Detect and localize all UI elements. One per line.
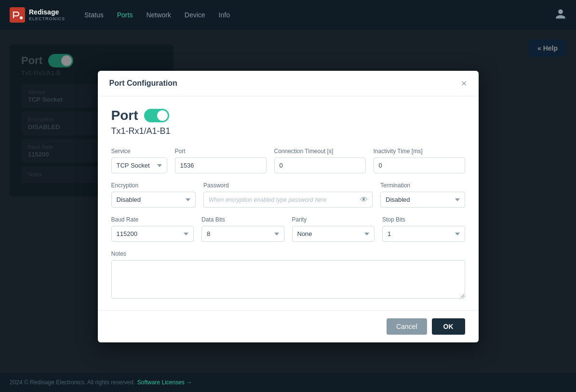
termination-label: Termination	[380, 182, 465, 189]
cancel-button[interactable]: Cancel	[387, 318, 427, 335]
inactivity-time-group: Inactivity Time [ms]	[374, 148, 465, 173]
stop-bits-group: Stop Bits 1 1.5 2	[382, 216, 465, 242]
port-group: Port	[175, 148, 267, 173]
form-row-2: Encryption Disabled AES-128 AES-256 Pass…	[111, 182, 465, 208]
encryption-select[interactable]: Disabled AES-128 AES-256	[111, 192, 196, 208]
port-toggle-knob	[157, 110, 168, 121]
data-bits-group: Data Bits 5 6 7 8	[201, 216, 284, 242]
baud-rate-group: Baud Rate 9600 19200 38400 57600 115200 …	[111, 216, 194, 242]
footer-link[interactable]: Software Licenses →	[137, 379, 192, 386]
notes-group: Notes	[111, 250, 465, 299]
modal-title: Port Configuration	[109, 79, 177, 88]
connection-timeout-input[interactable]	[274, 157, 366, 173]
password-wrapper: 👁	[203, 192, 373, 208]
form-row-1: Service TCP Socket UDP Socket RS232 RS48…	[111, 148, 465, 173]
inactivity-time-input[interactable]	[374, 157, 465, 173]
footer: 2024 © Redisage Electronics. All rights …	[0, 373, 576, 392]
logo-icon	[10, 7, 25, 23]
logo-sub: ELECTRONICS	[29, 16, 65, 21]
modal-footer: Cancel OK	[98, 310, 479, 342]
modal-header: Port Configuration ×	[98, 71, 479, 96]
logo-text: Redisage	[29, 9, 65, 16]
content-area: Port Tx1-Rx1/A1-B Service TCP Socket Enc…	[0, 30, 576, 373]
data-bits-select[interactable]: 5 6 7 8	[201, 226, 284, 242]
port-toggle[interactable]	[144, 109, 169, 122]
baud-rate-select[interactable]: 9600 19200 38400 57600 115200 230400	[111, 226, 194, 242]
footer-text: 2024 © Redisage Electronics. All rights …	[10, 379, 135, 386]
inactivity-time-label: Inactivity Time [ms]	[374, 148, 465, 155]
ok-button[interactable]: OK	[432, 318, 465, 335]
port-heading: Port	[111, 108, 465, 123]
modal-close-button[interactable]: ×	[461, 78, 467, 88]
logo: Redisage ELECTRONICS	[10, 7, 65, 23]
modal-body: Port Tx1-Rx1/A1-B1 Service TCP Socket UD…	[98, 96, 479, 310]
password-group: Password 👁	[203, 182, 373, 208]
termination-group: Termination Disabled CR LF CR+LF	[380, 182, 465, 208]
port-heading-text: Port	[111, 108, 138, 123]
password-input[interactable]	[203, 192, 373, 208]
connection-timeout-group: Connection Timeout [s]	[274, 148, 366, 173]
port-label: Port	[175, 148, 267, 155]
navbar: Redisage ELECTRONICS Status Ports Networ…	[0, 0, 576, 30]
nav-device[interactable]: Device	[185, 11, 205, 19]
notes-textarea[interactable]	[111, 260, 465, 299]
password-label: Password	[203, 182, 373, 189]
service-label: Service	[111, 148, 167, 155]
modal: Port Configuration × Port Tx1-Rx1/A1-B1 …	[98, 71, 479, 342]
port-sub-title: Tx1-Rx1/A1-B1	[111, 126, 465, 136]
service-group: Service TCP Socket UDP Socket RS232 RS48…	[111, 148, 167, 173]
parity-select[interactable]: None Even Odd Mark Space	[292, 226, 375, 242]
stop-bits-select[interactable]: 1 1.5 2	[382, 226, 465, 242]
nav-network[interactable]: Network	[146, 11, 171, 19]
svg-rect-0	[10, 7, 25, 23]
password-eye-icon[interactable]: 👁	[360, 196, 368, 204]
parity-label: Parity	[292, 216, 375, 223]
encryption-label: Encryption	[111, 182, 196, 189]
data-bits-label: Data Bits	[201, 216, 284, 223]
nav-links: Status Ports Network Device Info	[84, 11, 230, 19]
nav-ports[interactable]: Ports	[117, 11, 133, 19]
encryption-group: Encryption Disabled AES-128 AES-256	[111, 182, 196, 208]
nav-status[interactable]: Status	[84, 11, 104, 19]
service-select[interactable]: TCP Socket UDP Socket RS232 RS485	[111, 157, 167, 173]
svg-point-1	[20, 16, 23, 19]
notes-label: Notes	[111, 250, 465, 257]
port-input[interactable]	[175, 157, 267, 173]
nav-info[interactable]: Info	[219, 11, 230, 19]
parity-group: Parity None Even Odd Mark Space	[292, 216, 375, 242]
baud-rate-label: Baud Rate	[111, 216, 194, 223]
stop-bits-label: Stop Bits	[382, 216, 465, 223]
connection-timeout-label: Connection Timeout [s]	[274, 148, 366, 155]
user-icon[interactable]	[555, 8, 566, 22]
termination-select[interactable]: Disabled CR LF CR+LF	[380, 192, 465, 208]
form-row-3: Baud Rate 9600 19200 38400 57600 115200 …	[111, 216, 465, 242]
